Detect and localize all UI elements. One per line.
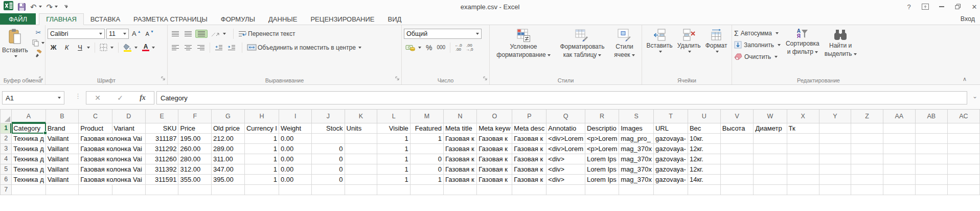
cell-AB7[interactable] xyxy=(915,184,947,195)
cell-C7[interactable] xyxy=(79,184,112,195)
tab-home[interactable]: ГЛАВНАЯ xyxy=(39,13,84,25)
column-header-A[interactable]: A xyxy=(12,110,46,123)
cell-U3[interactable]: 12кг. xyxy=(688,143,720,154)
close-button[interactable]: ✕ xyxy=(971,3,978,11)
cell-X5[interactable] xyxy=(787,164,819,174)
cell-S3[interactable]: mag_370x xyxy=(619,143,654,154)
copy-button[interactable] xyxy=(31,39,46,47)
cell-M5[interactable]: 0 xyxy=(410,164,443,174)
column-header-P[interactable]: P xyxy=(512,110,546,123)
cell-T2[interactable]: gazovaya- xyxy=(653,133,688,143)
cell-A5[interactable]: Техника д xyxy=(12,164,46,174)
cell-B3[interactable]: Vaillant xyxy=(45,143,79,154)
column-header-W[interactable]: W xyxy=(754,110,787,123)
cell-N7[interactable] xyxy=(443,184,476,195)
column-header-U[interactable]: U xyxy=(688,110,720,123)
cell-E3[interactable]: 311292 xyxy=(145,143,178,154)
tab-file[interactable]: ФАЙЛ xyxy=(0,13,36,25)
cell-V5[interactable] xyxy=(720,164,754,174)
cell-A4[interactable]: Техника д xyxy=(12,154,46,164)
cell-AA5[interactable] xyxy=(883,164,915,174)
decrease-indent-button[interactable] xyxy=(213,44,224,51)
cell-U5[interactable]: 12кг. xyxy=(688,164,720,174)
cell-X6[interactable] xyxy=(787,174,819,184)
cell-U7[interactable] xyxy=(688,184,720,195)
increase-decimal-button[interactable]: ←.0.00 xyxy=(453,44,463,52)
sort-filter-button[interactable]: АЯ Сортировка и фильтр xyxy=(786,27,819,62)
cell-E1[interactable]: SKU xyxy=(145,123,178,133)
cell-C1[interactable]: Product xyxy=(79,123,112,133)
cell-O7[interactable] xyxy=(477,184,512,195)
cell-V6[interactable] xyxy=(720,174,754,184)
cell-H7[interactable] xyxy=(244,184,279,195)
expand-formula-bar-icon[interactable]: ⌄ xyxy=(972,93,977,100)
cell-M6[interactable]: 1 xyxy=(410,174,443,184)
formula-input[interactable]: Category xyxy=(156,91,967,104)
tab-data[interactable]: ДАННЫЕ xyxy=(262,13,304,25)
cell-F3[interactable]: 260.00 xyxy=(178,143,211,154)
cell-K5[interactable] xyxy=(345,164,377,174)
cell-U1[interactable]: Вес xyxy=(688,123,720,133)
cell-K3[interactable] xyxy=(345,143,377,154)
cell-I7[interactable] xyxy=(279,184,311,195)
insert-cells-button[interactable]: Вставить xyxy=(647,27,673,53)
column-header-D[interactable]: D xyxy=(112,110,145,123)
cell-Q6[interactable]: <div> xyxy=(546,174,585,184)
tab-insert[interactable]: ВСТАВКА xyxy=(84,13,127,25)
underline-button[interactable]: Ч xyxy=(74,43,92,52)
redo-button[interactable]: ↷ xyxy=(47,3,58,11)
cell-Y7[interactable] xyxy=(819,184,851,195)
cell-F7[interactable] xyxy=(178,184,211,195)
cell-B7[interactable] xyxy=(45,184,79,195)
cell-T1[interactable]: URL xyxy=(653,123,688,133)
sign-in-link[interactable]: Вход xyxy=(961,13,980,25)
column-header-K[interactable]: K xyxy=(345,110,377,123)
conditional-formatting-button[interactable]: Условное форматирование xyxy=(496,27,550,58)
column-header-X[interactable]: X xyxy=(787,110,819,123)
cell-Q5[interactable]: <div> xyxy=(546,164,585,174)
cell-Z2[interactable] xyxy=(851,133,883,143)
clipboard-dialog-launcher-icon[interactable] xyxy=(39,74,43,83)
column-header-Q[interactable]: Q xyxy=(546,110,585,123)
customize-qat-button[interactable] xyxy=(63,5,68,8)
number-format-combo[interactable]: Общий xyxy=(404,29,482,39)
tab-review[interactable]: РЕЦЕНЗИРОВАНИЕ xyxy=(304,13,381,25)
cell-L6[interactable]: 1 xyxy=(377,174,410,184)
cell-A3[interactable]: Техника д xyxy=(12,143,46,154)
row-header-2[interactable]: 2 xyxy=(1,133,12,143)
cell-Z6[interactable] xyxy=(851,174,883,184)
align-center-button[interactable] xyxy=(183,44,194,51)
formula-bar-drag-handle[interactable]: ⋮ xyxy=(75,92,81,100)
cell-I1[interactable]: Weight xyxy=(279,123,311,133)
cell-H3[interactable]: 1 xyxy=(244,143,279,154)
cell-J7[interactable] xyxy=(312,184,345,195)
cell-AC1[interactable] xyxy=(947,123,979,133)
cell-B4[interactable]: Vaillant xyxy=(45,154,79,164)
cell-AC5[interactable] xyxy=(947,164,979,174)
cell-Y2[interactable] xyxy=(819,133,851,143)
cell-D7[interactable] xyxy=(112,184,145,195)
cell-AC3[interactable] xyxy=(947,143,979,154)
column-header-AA[interactable]: AA xyxy=(883,110,915,123)
cell-C3[interactable]: Газовая колонка Vai xyxy=(79,143,146,154)
cell-E7[interactable] xyxy=(145,184,178,195)
cell-G4[interactable]: 311.00 xyxy=(211,154,244,164)
cell-T3[interactable]: gazovaya- xyxy=(653,143,688,154)
cell-W6[interactable] xyxy=(754,174,787,184)
cell-W4[interactable] xyxy=(754,154,787,164)
cell-Z7[interactable] xyxy=(851,184,883,195)
cell-O2[interactable]: Газовая к xyxy=(477,133,512,143)
cell-E2[interactable]: 311187 xyxy=(145,133,178,143)
font-name-combo[interactable]: Calibri xyxy=(48,29,105,39)
format-painter-button[interactable] xyxy=(31,49,46,58)
accounting-format-button[interactable] xyxy=(404,44,423,52)
cell-W1[interactable]: Диаметр xyxy=(754,123,787,133)
bold-button[interactable]: Ж xyxy=(48,43,59,52)
cell-X1[interactable]: Тк xyxy=(787,123,819,133)
cell-S7[interactable] xyxy=(619,184,654,195)
cell-M4[interactable]: 0 xyxy=(410,154,443,164)
cell-AC6[interactable] xyxy=(947,174,979,184)
format-as-table-button[interactable]: Форматировать как таблицу xyxy=(560,27,604,58)
cell-L4[interactable]: 1 xyxy=(377,154,410,164)
column-header-AB[interactable]: AB xyxy=(915,110,947,123)
